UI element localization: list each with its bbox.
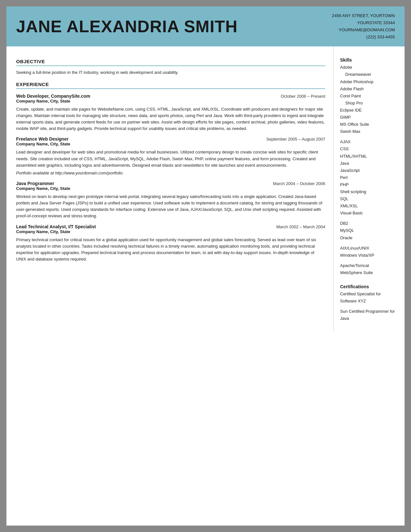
job-company-3: Company Name, City, State — [16, 186, 325, 191]
skill-swishmax: Swish Max — [340, 128, 398, 135]
skill-gimp: GIMP — [340, 114, 398, 121]
skill-javascript: JavaScript — [340, 167, 398, 174]
skill-xmlxsl: XML/XSL — [340, 202, 398, 210]
phone-line: (222) 333-4455 — [332, 34, 395, 41]
certifications-title: Certifications — [340, 284, 398, 289]
skill-msoffice: MS Office Suite — [340, 121, 398, 128]
skills-title: Skills — [340, 57, 398, 63]
skill-shell: Shell scripting — [340, 188, 398, 195]
skill-eclipse: Eclipse IDE — [340, 107, 398, 114]
cert-2: Sun Certified Programmer for Java — [340, 308, 398, 322]
resume-body: OBJECTIVE Seeking a full-time position i… — [6, 46, 405, 332]
skill-php: PHP — [340, 181, 398, 188]
sidebar: Skills Adobe Dreamweaver Adobe Photoshop… — [334, 46, 405, 332]
skill-apache: Apache/Tomcat — [340, 262, 398, 269]
address-line: 2456 ANY STREET, YOURTOWN — [332, 12, 395, 19]
skill-ajax: AJAX — [340, 138, 398, 145]
job-dates-4: March 2002 – March 2004 — [276, 224, 325, 229]
skill-photoshop: Adobe Photoshop — [340, 78, 398, 85]
skill-flash: Adobe Flash — [340, 85, 398, 93]
skill-windows: Windows Vista/XP — [340, 252, 398, 259]
job-desc-1: Create, update, and maintain site pages … — [16, 106, 325, 132]
skills-group-5: Apache/Tomcat WebSphere Suite — [340, 262, 398, 276]
job-entry-4: Lead Technical Analyst, I/T Specialist M… — [16, 224, 325, 263]
job-header-4: Lead Technical Analyst, I/T Specialist M… — [16, 224, 325, 229]
email-line: YOURNAME@DOMAIN.COM — [332, 26, 395, 34]
skill-websphere: WebSphere Suite — [340, 269, 398, 276]
certifications-section: Certifications Certified Specialist for … — [340, 284, 398, 322]
skills-group-3: DB2 MySQL Oracle — [340, 220, 398, 241]
resume-header: JANE ALEXANDRIA SMITH 2456 ANY STREET, Y… — [6, 6, 405, 46]
job-header-3: Java Programmer March 2004 – October 200… — [16, 181, 325, 186]
skill-db2: DB2 — [340, 220, 398, 227]
job-desc-italic-2: Portfolio available at http://www.yourdo… — [16, 170, 325, 176]
skill-sql: SQL — [340, 195, 398, 202]
experience-section: EXPERIENCE Web Developer, CompanySite.co… — [16, 82, 325, 262]
skill-aix: AIX/Linux/UNIX — [340, 245, 398, 252]
job-desc-4: Primary technical contact for critical i… — [16, 237, 325, 263]
job-title-2: Freelance Web Designer — [16, 136, 68, 142]
objective-divider — [16, 65, 325, 66]
skill-html: HTML/XHTML — [340, 153, 398, 160]
state-line: YOURSTATE 33344 — [332, 19, 395, 26]
experience-divider — [16, 88, 325, 89]
skill-adobe: Adobe — [340, 64, 398, 71]
objective-section: OBJECTIVE Seeking a full-time position i… — [16, 59, 325, 76]
skill-corel: Corel Paint — [340, 93, 398, 100]
job-title-3: Java Programmer — [16, 181, 54, 186]
skill-visualbasic: Visual Basic — [340, 210, 398, 217]
job-company-2: Company Name, City, State — [16, 142, 325, 146]
job-entry-3: Java Programmer March 2004 – October 200… — [16, 181, 325, 220]
job-dates-2: September 2005 – August 2007 — [266, 137, 325, 142]
skill-java: Java — [340, 160, 398, 167]
job-entry-1: Web Developer, CompanySite.com October 2… — [16, 94, 325, 132]
skills-group-4: AIX/Linux/UNIX Windows Vista/XP — [340, 245, 398, 259]
skill-css: CSS — [340, 145, 398, 153]
job-company-1: Company Name, City, State — [16, 99, 325, 103]
skills-group-1: Adobe Dreamweaver Adobe Photoshop Adobe … — [340, 64, 398, 135]
job-dates-3: March 2004 – October 2006 — [273, 181, 325, 186]
applicant-name: JANE ALEXANDRIA SMITH — [16, 17, 238, 36]
objective-title: OBJECTIVE — [16, 59, 325, 64]
experience-title: EXPERIENCE — [16, 82, 325, 87]
main-content: OBJECTIVE Seeking a full-time position i… — [6, 46, 334, 332]
objective-text: Seeking a full-time position in the IT i… — [16, 69, 325, 76]
contact-info: 2456 ANY STREET, YOURTOWN YOURSTATE 3334… — [332, 12, 395, 41]
skill-dreamweaver: Dreamweaver — [340, 71, 398, 78]
skill-oracle: Oracle — [340, 234, 398, 241]
skill-perl: Perl — [340, 174, 398, 181]
job-title-4: Lead Technical Analyst, I/T Specialist — [16, 224, 96, 229]
job-desc-2: Lead designer and developer for web site… — [16, 149, 325, 168]
job-header-2: Freelance Web Designer September 2005 – … — [16, 136, 325, 142]
job-header-1: Web Developer, CompanySite.com October 2… — [16, 94, 325, 99]
skill-shoppro: Shop Pro — [340, 100, 398, 107]
skill-mysql: MySQL — [340, 227, 398, 234]
resume-page: JANE ALEXANDRIA SMITH 2456 ANY STREET, Y… — [6, 6, 405, 526]
job-company-4: Company Name, City, State — [16, 229, 325, 234]
job-title-1: Web Developer, CompanySite.com — [16, 94, 90, 99]
cert-1: Certified Specialist for Software XYZ — [340, 291, 398, 305]
job-dates-1: October 2006 – Present — [281, 94, 325, 99]
job-entry-2: Freelance Web Designer September 2005 – … — [16, 136, 325, 176]
job-desc-3: Worked on team to develop next-gen proto… — [16, 193, 325, 220]
skills-group-2: AJAX CSS HTML/XHTML Java JavaScript Perl… — [340, 138, 398, 217]
